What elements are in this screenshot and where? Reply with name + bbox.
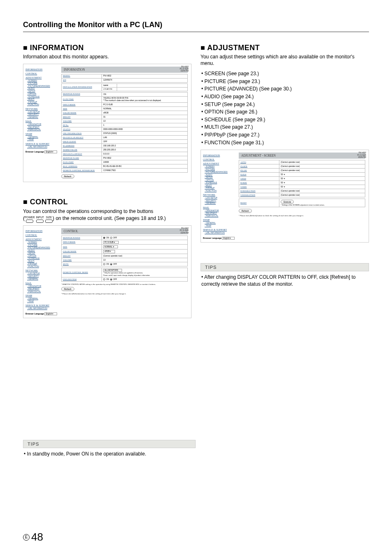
sidebar-item[interactable]: - GENERAL bbox=[27, 116, 58, 119]
sidebar-item[interactable]: ADJUSTMENT bbox=[25, 76, 58, 79]
refresh-button[interactable]: Refresh bbox=[61, 174, 74, 178]
page-title: Controlling the Monitor with a PC (LAN) bbox=[23, 21, 369, 29]
tips-label: TIPS bbox=[201, 263, 369, 271]
sidebar-item[interactable]: - PERIODICAL bbox=[205, 215, 235, 217]
sidebar-item[interactable]: - PERIODICAL bbox=[27, 128, 58, 131]
sidebar-item[interactable]: SERVICE & SUPPORT bbox=[25, 304, 58, 307]
adjustment-sub: You can adjust these settings which are … bbox=[201, 54, 369, 67]
page-number: E 48 bbox=[23, 531, 43, 543]
sidebar-item[interactable]: NETWORK bbox=[25, 269, 58, 272]
sidebar-item[interactable]: INFORMATION bbox=[25, 68, 58, 71]
tips-right: TIPS After changing DISPLAY COLOR PATTER… bbox=[201, 263, 369, 288]
sidebar-item[interactable]: SNMP bbox=[25, 133, 58, 135]
sidebar-item[interactable]: SNMP bbox=[203, 219, 235, 221]
panel-title-control: CONTROL bbox=[61, 228, 188, 234]
adjustment-heading: ■ ADJUSTMENT bbox=[201, 44, 369, 52]
adjustment-bullet: SCHEDULE (See page 29.) bbox=[201, 116, 369, 124]
sidebar-item[interactable]: - URL INFORMATION bbox=[205, 231, 235, 234]
adjustment-bullet: MULTI (See page 27.) bbox=[201, 123, 369, 131]
sidebar-item[interactable]: - TRAP bbox=[27, 300, 58, 303]
sidebar-item[interactable]: NETWORK bbox=[25, 108, 58, 110]
adjustment-bullet: FUNCTION (See page 31.) bbox=[201, 139, 369, 147]
refresh-button[interactable]: Refresh bbox=[239, 209, 252, 213]
sidebar-item[interactable]: MAIL bbox=[25, 120, 58, 123]
sidebar-item[interactable]: SERVICE & SUPPORT bbox=[25, 143, 58, 145]
sidebar-item[interactable]: ADJUSTMENT bbox=[203, 162, 235, 165]
information-panel: INFORMATIONCONTROLADJUSTMENT- SCREEN- PI… bbox=[23, 64, 191, 183]
tips-label: TIPS bbox=[23, 440, 196, 448]
adjustment-bullet: PICTURE (ADVANCED) (See page 30.) bbox=[201, 85, 369, 93]
sidebar-item[interactable]: NETWORK bbox=[203, 194, 235, 196]
panel-title-information: INFORMATION bbox=[61, 67, 188, 73]
sidebar-item[interactable]: - GENERAL bbox=[205, 202, 235, 205]
information-heading: ■ INFORMATION bbox=[23, 44, 191, 52]
sidebar-item[interactable]: - PERIODICAL bbox=[27, 290, 58, 293]
sidebar-item[interactable]: INFORMATION bbox=[203, 154, 235, 157]
sidebar-item[interactable]: - URL INFORMATION bbox=[27, 307, 58, 310]
sidebar-item[interactable]: - URL INFORMATION bbox=[27, 146, 58, 148]
sidebar-item[interactable]: - TRAP bbox=[27, 138, 58, 141]
adjustment-panel: INFORMATIONCONTROLADJUSTMENT- SCREEN- PI… bbox=[201, 150, 369, 243]
control-panel: INFORMATIONCONTROLADJUSTMENT- SCREEN- PI… bbox=[23, 225, 191, 318]
sidebar-item[interactable]: CONTROL bbox=[25, 72, 58, 75]
sidebar-item[interactable]: MAIL bbox=[25, 282, 58, 284]
sidebar-item[interactable]: MAIL bbox=[203, 206, 235, 209]
panel-title-adjustment: ADJUSTMENT - SCREEN bbox=[239, 153, 365, 159]
sidebar-item[interactable]: INFORMATION bbox=[25, 230, 58, 232]
execute-button[interactable]: Execute bbox=[281, 200, 294, 204]
control-heading: ■ CONTROL bbox=[23, 198, 191, 206]
refresh-button[interactable]: Refresh bbox=[61, 287, 74, 291]
information-sub: Information about this monitor appears. bbox=[23, 54, 191, 60]
sidebar-item[interactable]: SERVICE & SUPPORT bbox=[203, 229, 235, 231]
sidebar-item[interactable]: - FUNCTION bbox=[205, 190, 235, 192]
sidebar-item[interactable]: SNMP bbox=[25, 294, 58, 297]
adjustment-bullet: OPTION (See page 26.) bbox=[201, 108, 369, 116]
adjustment-bullet: AUDIO (See page 24.) bbox=[201, 93, 369, 101]
sidebar-item[interactable]: - GENERAL bbox=[27, 278, 58, 280]
sidebar-item[interactable]: - FUNCTION bbox=[27, 103, 58, 106]
page-header: Controlling the Monitor with a PC (LAN) bbox=[23, 21, 369, 32]
adjustment-bullet: SETUP (See page 24.) bbox=[201, 101, 369, 109]
adjustment-bullet: PICTURE (See page 23.) bbox=[201, 78, 369, 86]
adjustment-bullet: PIP/PbyP (See page 27.) bbox=[201, 131, 369, 139]
sidebar-item[interactable]: - FUNCTION bbox=[27, 265, 58, 268]
adjustment-bullet: SCREEN (See page 23.) bbox=[201, 70, 369, 78]
control-description: You can control the operations correspon… bbox=[23, 208, 191, 222]
remote-buttons-inline: POWER INPUT SIZE bbox=[25, 216, 53, 223]
sidebar-item[interactable]: ADJUSTMENT bbox=[25, 238, 58, 240]
tips-right-body: After changing DISPLAY COLOR PATTERN to … bbox=[201, 274, 355, 287]
sidebar-item[interactable]: CONTROL bbox=[25, 234, 58, 236]
sidebar-item[interactable]: - TRAP bbox=[205, 224, 235, 227]
tips-left-body: In standby mode, Power ON is the operati… bbox=[24, 451, 146, 457]
adjustment-bullet-list: SCREEN (See page 23.)PICTURE (See page 2… bbox=[201, 70, 369, 146]
tips-left: TIPS In standby mode, Power ON is the op… bbox=[23, 440, 196, 458]
sidebar-item[interactable]: CONTROL bbox=[203, 158, 235, 161]
